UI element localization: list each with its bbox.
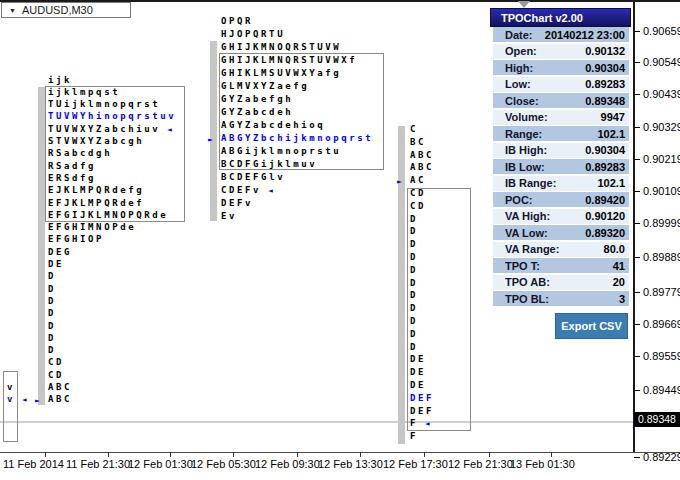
time-axis-tick — [108, 452, 109, 457]
tpo-row: D — [410, 214, 418, 225]
panel-title: TPOChart v2.00 — [490, 8, 631, 27]
panel-row-value: 102.1 — [597, 177, 625, 189]
panel-row-label: Range: — [505, 128, 542, 140]
panel-row-label: TPO T: — [505, 260, 540, 272]
panel-row: High:0.90304 — [493, 60, 629, 75]
time-axis-tick — [489, 452, 490, 457]
tpo-letters: ABGijklmnoprstu — [221, 146, 341, 156]
panel-row-label: IB Range: — [505, 177, 556, 189]
tpo-row: EJKLMPQRdefg — [48, 185, 144, 196]
panel-row-value: 9947 — [601, 111, 625, 123]
time-axis-label: 12 Feb 13:30 — [318, 458, 383, 470]
tpo-letters: EFGHIMNOPde — [48, 222, 136, 232]
tpo-letters: D — [410, 252, 418, 262]
panel-row-label: IB High: — [505, 144, 547, 156]
tpo-letters: AGYZabcdehioq — [221, 120, 325, 130]
tpo-row: ►ABGYZbchijkmnopqrst — [221, 133, 373, 144]
tpo-letters: ijk — [48, 75, 72, 85]
tpo-row: EFGHIMNOPde — [48, 222, 136, 233]
tpo-letters: ERSdfg — [48, 173, 96, 183]
panel-row-value: 102.1 — [597, 128, 625, 140]
tpo-letters: D — [48, 321, 56, 331]
panel-row: VA Range:80.0 — [493, 242, 629, 257]
price-axis-tick — [634, 223, 640, 224]
price-axis-tick — [634, 127, 640, 128]
tpo-letters: C — [410, 124, 418, 134]
tpo-row: ABC — [410, 150, 434, 161]
tpo-row: D — [48, 308, 56, 319]
export-csv-button[interactable]: Export CSV — [555, 313, 628, 339]
tpo-letters: DE — [410, 380, 426, 390]
panel-row-label: Open: — [505, 45, 537, 57]
panel-row: IB Range:102.1 — [493, 176, 629, 191]
tpo-row: GHIKLMSUVWXYafg — [221, 68, 341, 79]
tpo-letters: DE — [410, 367, 426, 377]
tpo-letters: CD — [410, 188, 426, 198]
tpo-row: EFJKLMPQRdef — [48, 198, 144, 209]
tpo-letters: D — [410, 290, 418, 300]
tpo-letters: ABC — [410, 162, 434, 172]
panel-row-value: 0.89420 — [585, 194, 625, 206]
panel-row: TPO T:41 — [493, 258, 629, 273]
price-axis-tick — [634, 62, 640, 63]
time-axis-label: 12 Feb 21:30 — [448, 458, 513, 470]
tpo-row: DE — [48, 259, 64, 270]
price-axis-label: 0.90219 — [643, 153, 680, 165]
tpo-letters: EFGIJKLMNOPQRde — [48, 210, 168, 220]
tpo-row: D — [410, 303, 418, 314]
price-axis-separator — [633, 0, 635, 452]
panel-row-value: 0.89348 — [585, 95, 625, 107]
tpo-letters: GYZabcdeh — [221, 107, 293, 117]
tpo-row: ERSdfg — [48, 173, 96, 184]
panel-row-value: 0.89283 — [585, 161, 625, 173]
tpo-letters: D — [410, 342, 418, 352]
tpo-letters: CD — [48, 370, 64, 380]
tpo-row: DEF — [410, 406, 434, 417]
panel-row-label: Date: — [505, 29, 533, 41]
tpo-letters: DE — [410, 354, 426, 364]
tpo-letters: D — [48, 284, 56, 294]
tpo-row: Ev — [221, 211, 237, 222]
panel-row-value: 41 — [613, 260, 625, 272]
tpo-letters: CDEFv — [221, 185, 261, 195]
open-marker-icon: ► — [397, 176, 402, 187]
panel-row: TPO BL:3 — [493, 291, 629, 306]
close-marker-icon: ◄ — [17, 395, 27, 404]
chevron-down-icon: ▼ — [9, 7, 16, 14]
tpo-letters: EJKLMPQRdefg — [48, 185, 144, 195]
panel-row-label: High: — [505, 62, 533, 74]
tpo-row: CD — [48, 370, 64, 381]
price-axis-tick — [634, 94, 640, 95]
price-axis-label: 0.90439 — [643, 88, 680, 100]
tpo-letters: GYZabefgh — [221, 94, 293, 104]
tpo-row: D — [410, 290, 418, 301]
tpo-row: DEF — [410, 393, 434, 404]
price-axis-label: 0.89449 — [643, 384, 680, 396]
tpo-letters: ABC — [410, 150, 434, 160]
tpo-row: D — [410, 239, 418, 250]
time-axis-label: 12 Feb 09:30 — [255, 458, 320, 470]
tpo-letters: D — [410, 226, 418, 236]
tpo-letters: D — [48, 271, 56, 281]
tpo-row: RSabcdgh — [48, 148, 112, 159]
tpo-row: GHIJKMNOQRSTUVW — [221, 42, 341, 53]
price-axis-label: 0.89559 — [643, 350, 680, 362]
tpo-row: F — [410, 431, 418, 442]
tpo-letters: D — [410, 214, 418, 224]
symbol-selector[interactable]: ▼ AUDUSD,M30 — [1, 2, 131, 18]
tpo-info-panel: TPOChart v2.00 Date:20140212 23:00Open:0… — [490, 8, 631, 308]
panel-row-value: 0.90304 — [585, 62, 625, 74]
time-axis-label: 11 Feb 2014 — [3, 458, 64, 470]
tpo-row: DEFv — [221, 198, 253, 209]
tpo-row: TUVWXYZabchiuv ◄ — [48, 124, 172, 135]
tpo-row: ABGijklmnoprstu — [221, 146, 341, 157]
panel-row-value: 0.89283 — [585, 78, 625, 90]
panel-row: VA Low:0.89320 — [493, 225, 629, 240]
current-price-line — [0, 421, 633, 423]
tpo-letters: EFJKLMPQRdef — [48, 198, 144, 208]
price-axis-label: 0.89669 — [643, 318, 680, 330]
tpo-row: CD — [410, 188, 426, 199]
profile-range-bar — [210, 41, 217, 221]
tpo-row: GLMVXYZaefg — [221, 81, 309, 92]
open-marker-icon: ► — [35, 395, 40, 406]
